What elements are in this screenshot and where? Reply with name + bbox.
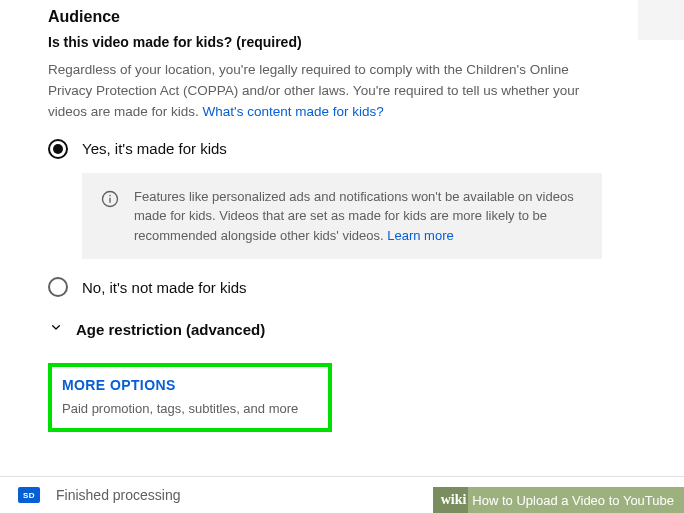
radio-yes-made-for-kids[interactable]: Yes, it's made for kids	[48, 139, 636, 159]
info-text-body: Features like personalized ads and notif…	[134, 189, 574, 243]
wikihow-brand: wiki	[433, 487, 469, 513]
age-restriction-label: Age restriction (advanced)	[76, 321, 265, 338]
info-box: Features like personalized ads and notif…	[82, 173, 602, 260]
radio-button-selected[interactable]	[48, 139, 68, 159]
learn-more-link[interactable]: Learn more	[387, 228, 453, 243]
top-right-panel	[638, 0, 684, 40]
content-for-kids-link[interactable]: What's content made for kids?	[203, 104, 384, 119]
audience-heading: Audience	[48, 8, 636, 26]
chevron-down-icon	[48, 319, 64, 339]
wikihow-title: How to Upload a Video to YouTube	[468, 487, 684, 513]
wikihow-banner: wiki How to Upload a Video to YouTube	[433, 487, 684, 513]
radio-no-label: No, it's not made for kids	[82, 279, 247, 296]
more-options-subtext: Paid promotion, tags, subtitles, and mor…	[62, 401, 318, 416]
radio-yes-label: Yes, it's made for kids	[82, 140, 227, 157]
radio-no-not-for-kids[interactable]: No, it's not made for kids	[48, 277, 636, 297]
processing-status: Finished processing	[56, 487, 181, 503]
audience-description: Regardless of your location, you're lega…	[48, 60, 588, 123]
svg-rect-2	[109, 195, 110, 197]
age-restriction-expander[interactable]: Age restriction (advanced)	[48, 319, 636, 339]
info-text: Features like personalized ads and notif…	[134, 187, 584, 246]
info-icon	[100, 189, 120, 246]
more-options-highlight: MORE OPTIONS Paid promotion, tags, subti…	[48, 363, 332, 432]
svg-rect-1	[109, 198, 110, 203]
sd-badge-text: SD	[23, 491, 35, 500]
sd-badge: SD	[18, 487, 40, 503]
radio-button-unselected[interactable]	[48, 277, 68, 297]
more-options-button[interactable]: MORE OPTIONS	[62, 377, 318, 393]
audience-question: Is this video made for kids? (required)	[48, 34, 636, 50]
